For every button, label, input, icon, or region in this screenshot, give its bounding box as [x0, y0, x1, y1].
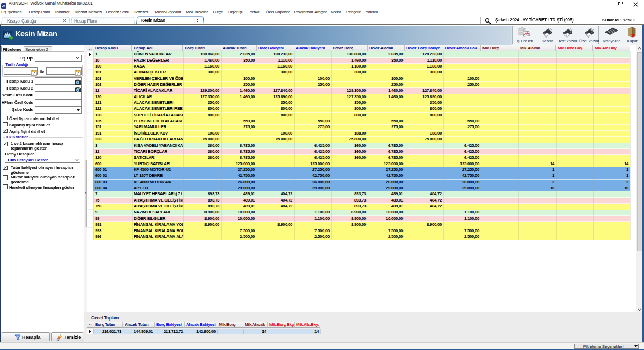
svg-text:7: 7 [33, 71, 35, 75]
svg-text:7: 7 [77, 71, 79, 75]
